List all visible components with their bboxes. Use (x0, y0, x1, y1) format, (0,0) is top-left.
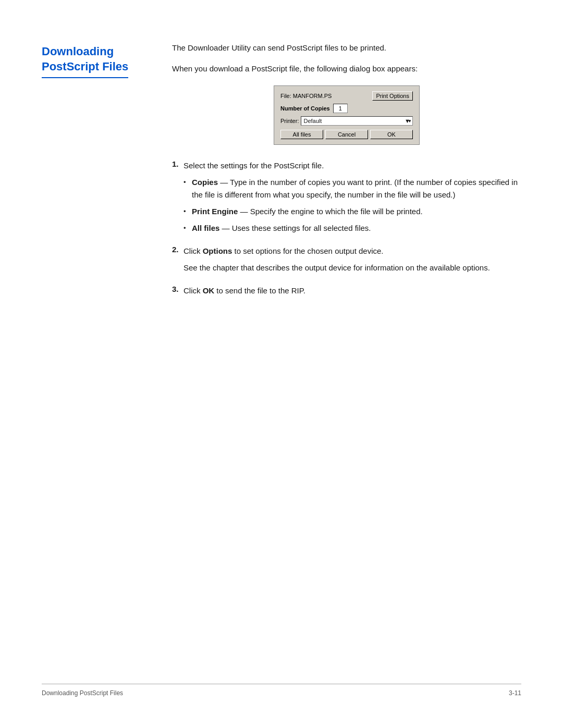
printer-value: Default (303, 118, 322, 124)
right-column: The Downloader Utility can send PostScri… (167, 42, 521, 684)
step-3-content: Click OK to send the file to the RIP. (183, 285, 521, 301)
step-3-number: 3. (172, 285, 183, 293)
step-2-number: 2. (172, 245, 183, 254)
step-1-content: Select the settings for the PostScript f… (183, 159, 521, 239)
title-line1: Downloading (42, 45, 114, 58)
step-1: 1. Select the settings for the PostScrip… (172, 159, 521, 239)
content-area: Downloading PostScript Files The Downloa… (42, 42, 521, 684)
dialog-file-row: File: MANFORM.PS Print Options (280, 91, 413, 101)
cancel-button[interactable]: Cancel (325, 130, 368, 139)
bullet-dot-2: • (183, 206, 192, 217)
bullet-all-files-text: All files — Uses these settings for all … (192, 222, 521, 235)
print-options-button[interactable]: Print Options (372, 91, 413, 101)
title-line2: PostScript Files (42, 60, 128, 73)
copies-label: Number of Copies (280, 105, 330, 112)
footer-right: 3-11 (509, 689, 521, 697)
step-3: 3. Click OK to send the file to the RIP. (172, 285, 521, 301)
dialog-box-wrapper: File: MANFORM.PS Print Options Number of… (172, 85, 521, 145)
step-2: 2. Click Options to set options for the … (172, 245, 521, 278)
dialog-copies-row: Number of Copies (280, 104, 413, 113)
copies-input[interactable] (333, 104, 348, 113)
dialog-file-label: File: MANFORM.PS (280, 93, 372, 99)
ok-button[interactable]: OK (370, 130, 413, 139)
dialog-printer-row: Printer: Default ▼ (280, 116, 413, 126)
bullet-print-engine: • Print Engine — Specify the engine to w… (183, 205, 521, 218)
all-files-button[interactable]: All files (280, 130, 323, 139)
intro-text-1: The Downloader Utility can send PostScri… (172, 42, 521, 54)
page-container: Downloading PostScript Files The Downloa… (0, 0, 563, 728)
left-column: Downloading PostScript Files (42, 42, 167, 684)
intro-text-2: When you download a PostScript file, the… (172, 63, 521, 75)
step-1-bullets: • Copies — Type in the number of copies … (183, 176, 521, 235)
printer-label: Printer: (280, 118, 299, 124)
step-1-text: Select the settings for the PostScript f… (183, 159, 521, 172)
bullet-copies-text: Copies — Type in the number of copies yo… (192, 176, 521, 201)
dialog-box: File: MANFORM.PS Print Options Number of… (274, 85, 420, 145)
printer-select-box[interactable]: Default ▼ (301, 116, 413, 126)
step-1-number: 1. (172, 159, 183, 168)
dropdown-arrow: ▼ (405, 118, 410, 124)
steps-list: 1. Select the settings for the PostScrip… (172, 159, 521, 301)
step-3-text: Click OK to send the file to the RIP. (183, 285, 521, 297)
bullet-dot-3: • (183, 223, 192, 234)
footer-left: Downloading PostScript Files (42, 689, 123, 697)
printer-select-wrapper[interactable]: Default ▼ (301, 116, 413, 126)
section-title: Downloading PostScript Files (42, 44, 128, 78)
dialog-bottom-row: All files Cancel OK (280, 130, 413, 139)
step-2-text: Click Options to set options for the cho… (183, 245, 521, 257)
step-2-content: Click Options to set options for the cho… (183, 245, 521, 278)
bullet-copies: • Copies — Type in the number of copies … (183, 176, 521, 201)
page-footer: Downloading PostScript Files 3-11 (42, 684, 521, 697)
bullet-all-files: • All files — Uses these settings for al… (183, 222, 521, 235)
step-2-subtext: See the chapter that describes the outpu… (183, 262, 521, 274)
bullet-print-engine-text: Print Engine — Specify the engine to whi… (192, 205, 521, 218)
bullet-dot-1: • (183, 177, 192, 188)
